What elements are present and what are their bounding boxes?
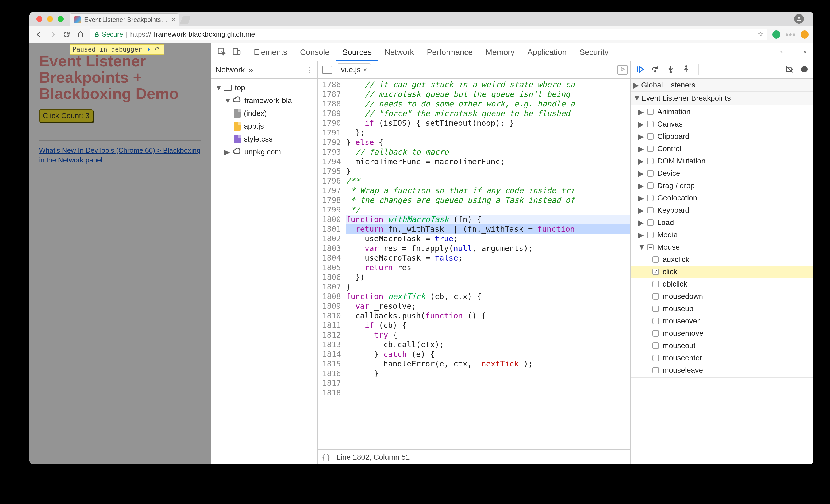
section-event-listener-breakpoints[interactable]: ▼Event Listener Breakpoints xyxy=(631,92,813,104)
checkbox[interactable] xyxy=(652,318,659,324)
checkbox[interactable] xyxy=(647,146,653,152)
tree-file-index[interactable]: (index) xyxy=(213,107,315,120)
devtools-kebab-icon[interactable]: ⋮ xyxy=(791,50,795,55)
checkbox[interactable] xyxy=(647,170,653,177)
secure-indicator[interactable]: Secure xyxy=(94,31,123,38)
checkbox[interactable] xyxy=(652,367,659,374)
pause-on-exceptions-icon[interactable] xyxy=(800,65,808,75)
code-lines[interactable]: // it can get stuck in a weird state whe… xyxy=(344,78,630,449)
devtools-tab-security[interactable]: Security xyxy=(573,43,615,61)
line-gutter[interactable]: 1786178717881789179017911792179317941795… xyxy=(318,78,344,449)
run-snippet-icon[interactable] xyxy=(617,65,628,75)
evt-mouseup[interactable]: mouseup xyxy=(631,303,813,315)
checkbox[interactable] xyxy=(647,158,653,164)
checkbox[interactable] xyxy=(647,108,653,115)
extension-icon-3[interactable] xyxy=(801,31,808,38)
device-toolbar-icon[interactable] xyxy=(232,47,241,57)
home-button[interactable] xyxy=(76,30,85,39)
navigator-more-icon[interactable]: » xyxy=(249,65,253,74)
evt-mousedown[interactable]: mousedown xyxy=(631,290,813,303)
tree-cdn[interactable]: ▶unpkg.com xyxy=(213,146,315,158)
evt-mouseover[interactable]: mouseover xyxy=(631,315,813,327)
checkbox[interactable] xyxy=(652,330,659,337)
devtools-tab-console[interactable]: Console xyxy=(294,43,336,61)
step-out-button[interactable] xyxy=(682,65,691,75)
evt-mouseleave[interactable]: mouseleave xyxy=(631,364,813,376)
navigator-kebab-icon[interactable]: ⋮ xyxy=(305,65,313,74)
checkbox[interactable] xyxy=(652,342,659,349)
devtools-tab-application[interactable]: Application xyxy=(521,43,573,61)
checkbox[interactable] xyxy=(647,219,653,226)
evt-category-device[interactable]: ▶Device xyxy=(631,167,813,180)
checkbox[interactable] xyxy=(647,133,653,139)
checkbox[interactable] xyxy=(647,232,653,238)
pretty-print-icon[interactable]: { } xyxy=(322,453,329,462)
evt-category-geolocation[interactable]: ▶Geolocation xyxy=(631,192,813,204)
resume-button[interactable] xyxy=(635,65,644,75)
extension-icon-1[interactable] xyxy=(772,31,780,38)
browser-tab[interactable]: Event Listener Breakpoints + B × xyxy=(69,13,179,26)
checkbox[interactable] xyxy=(647,183,653,189)
devtools-tab-performance[interactable]: Performance xyxy=(420,43,479,61)
bookmark-star-icon[interactable]: ☆ xyxy=(757,30,763,38)
toggle-navigator-icon[interactable] xyxy=(322,66,332,74)
devtools-tab-memory[interactable]: Memory xyxy=(479,43,521,61)
devtools-tab-network[interactable]: Network xyxy=(378,43,420,61)
profile-button[interactable] xyxy=(794,14,804,24)
evt-mouseout[interactable]: mouseout xyxy=(631,340,813,352)
devtools-tab-elements[interactable]: Elements xyxy=(247,43,294,61)
evt-category-drag-drop[interactable]: ▶Drag / drop xyxy=(631,180,813,192)
checkbox[interactable] xyxy=(652,355,659,361)
tree-file-appjs[interactable]: app.js xyxy=(213,120,315,133)
evt-mouseenter[interactable]: mouseenter xyxy=(631,352,813,364)
overlay-step-icon[interactable] xyxy=(154,46,161,53)
evt-category-clipboard[interactable]: ▶Clipboard xyxy=(631,130,813,143)
inspect-element-icon[interactable] xyxy=(217,47,226,57)
evt-category-media[interactable]: ▶Media xyxy=(631,229,813,241)
evt-category-animation[interactable]: ▶Animation xyxy=(631,106,813,118)
evt-category-canvas[interactable]: ▶Canvas xyxy=(631,118,813,130)
devtools-more-tabs-icon[interactable]: » xyxy=(780,50,783,55)
checkbox[interactable] xyxy=(652,293,659,300)
tab-close-icon[interactable]: × xyxy=(172,16,175,23)
tree-domain[interactable]: ▼framework-bla xyxy=(213,94,315,107)
nav-back-button[interactable] xyxy=(34,30,43,39)
evt-category-keyboard[interactable]: ▶Keyboard xyxy=(631,204,813,216)
checkbox[interactable] xyxy=(652,306,659,312)
evt-mousemove[interactable]: mousemove xyxy=(631,327,813,340)
extension-icon-2[interactable]: ●●● xyxy=(785,31,796,38)
evt-category-control[interactable]: ▶Control xyxy=(631,143,813,155)
navigator-tab-network[interactable]: Network xyxy=(216,65,245,74)
evt-category-dom-mutation[interactable]: ▶DOM Mutation xyxy=(631,155,813,167)
reload-button[interactable] xyxy=(62,30,71,39)
overlay-resume-icon[interactable] xyxy=(144,46,152,53)
checkbox[interactable] xyxy=(652,281,659,287)
devtools-close-icon[interactable]: ✕ xyxy=(803,50,806,55)
evt-category-mouse[interactable]: ▼Mouse xyxy=(631,241,813,253)
checkbox[interactable] xyxy=(647,121,653,127)
checkbox[interactable] xyxy=(647,244,653,250)
evt-category-load[interactable]: ▶Load xyxy=(631,216,813,229)
tree-file-stylecss[interactable]: style.css xyxy=(213,133,315,146)
checkbox[interactable] xyxy=(652,256,659,263)
checkbox[interactable] xyxy=(652,269,659,275)
checkbox[interactable] xyxy=(647,207,653,214)
nav-forward-button[interactable] xyxy=(48,30,57,39)
omnibox[interactable]: Secure | https://framework-blackboxing.g… xyxy=(90,29,767,40)
evt-click[interactable]: click xyxy=(631,265,813,278)
evt-dblclick[interactable]: dblclick xyxy=(631,278,813,290)
evt-auxclick[interactable]: auxclick xyxy=(631,253,813,265)
file-tab-close-icon[interactable]: × xyxy=(363,66,367,73)
devtools-tab-sources[interactable]: Sources xyxy=(336,43,378,61)
minimize-window-button[interactable] xyxy=(47,16,53,22)
tree-top[interactable]: ▼top xyxy=(213,81,315,94)
deactivate-breakpoints-icon[interactable] xyxy=(785,65,794,75)
step-into-button[interactable] xyxy=(666,65,675,75)
step-over-button[interactable] xyxy=(651,65,660,75)
section-global-listeners[interactable]: ▶Global Listeners xyxy=(631,78,813,92)
zoom-window-button[interactable] xyxy=(58,16,64,22)
checkbox[interactable] xyxy=(647,195,653,201)
file-tab-vuejs[interactable]: vue.js× xyxy=(337,63,371,76)
new-tab-button[interactable] xyxy=(179,15,191,26)
close-window-button[interactable] xyxy=(36,16,42,22)
